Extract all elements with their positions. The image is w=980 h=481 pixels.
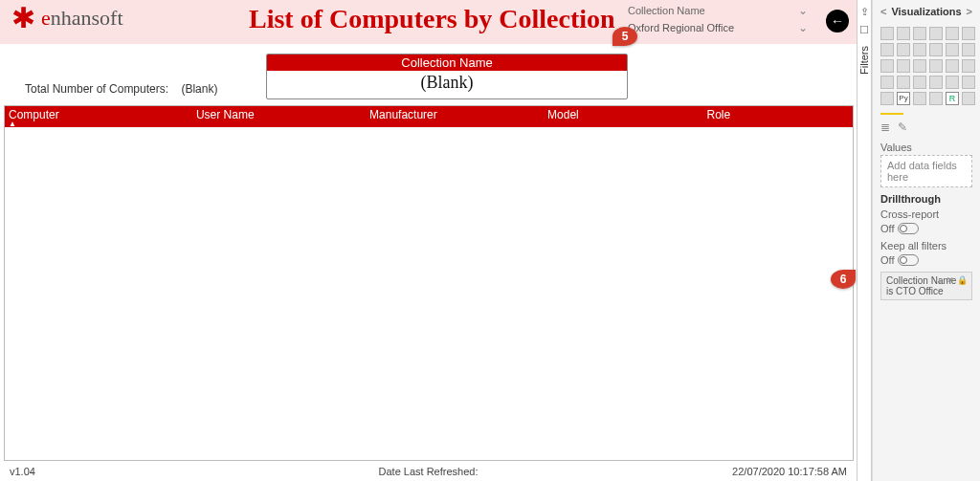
annotation-5: 5 xyxy=(612,27,637,46)
logo-icon: ✱ xyxy=(11,4,35,33)
col-model[interactable]: Model xyxy=(544,108,702,121)
version-label: v1.04 xyxy=(10,466,35,477)
format-tab-icon[interactable]: ✎ xyxy=(898,120,907,134)
viz-icon[interactable] xyxy=(929,76,943,89)
computer-table[interactable]: Computer ▲ User Name Manufacturer Model … xyxy=(4,105,854,461)
collapsed-rail[interactable]: ⇪ ☐ Filters xyxy=(858,0,872,481)
r-visual-icon[interactable]: R xyxy=(946,92,959,105)
total-label: Total Number of Computers: xyxy=(25,82,168,96)
table-header-row: Computer ▲ User Name Manufacturer Model … xyxy=(5,106,853,127)
toggle-state: Off xyxy=(880,254,894,266)
viz-icon[interactable] xyxy=(880,59,894,73)
card-value: (Blank) xyxy=(267,71,627,93)
toggle-switch-icon xyxy=(898,254,919,266)
keep-filters-toggle[interactable]: Off xyxy=(880,254,972,266)
viz-icon[interactable] xyxy=(880,76,894,89)
viz-icon[interactable] xyxy=(929,27,943,40)
collection-card: Collection Name (Blank) xyxy=(266,54,628,99)
viz-icon[interactable] xyxy=(913,27,926,40)
chevron-down-icon[interactable]: ⌄ xyxy=(936,275,944,285)
cross-report-toggle[interactable]: Off xyxy=(880,223,972,234)
refreshed-value: 22/07/2020 10:17:58 AM xyxy=(732,466,847,477)
logo: ✱ enhansoft xyxy=(11,4,123,33)
back-arrow-icon: ← xyxy=(831,13,844,29)
report-canvas: ✱ enhansoft List of Computers by Collect… xyxy=(0,0,858,481)
chevron-right-icon[interactable]: > xyxy=(967,6,972,17)
pane-tabs: ≣ ✎ xyxy=(873,119,980,136)
sort-asc-icon: ▲ xyxy=(9,121,192,127)
viz-icon[interactable] xyxy=(929,92,943,105)
viz-icon[interactable] xyxy=(962,43,975,56)
viz-icon[interactable] xyxy=(929,59,943,73)
bookmark-icon[interactable]: ☐ xyxy=(859,24,869,36)
values-field-well[interactable]: Add data fields here xyxy=(880,155,972,187)
viz-icon[interactable] xyxy=(913,43,926,56)
slicer-label-text: Collection Name xyxy=(628,5,705,16)
refreshed-label: Date Last Refreshed: xyxy=(379,466,479,477)
chevron-down-icon[interactable]: ⌄ xyxy=(798,4,808,17)
viz-icon[interactable] xyxy=(913,92,926,105)
viz-type-grid: PyR xyxy=(873,23,980,111)
share-icon[interactable]: ⇪ xyxy=(860,6,869,18)
slicer-value-text: Oxford Regional Office xyxy=(628,22,734,33)
page-title: List of Computers by Collection xyxy=(249,4,615,34)
viz-icon[interactable] xyxy=(962,92,975,105)
viz-icon[interactable] xyxy=(946,59,959,73)
viz-icon[interactable] xyxy=(913,76,926,89)
drillthrough-field-card[interactable]: Collection Name is CTO Office ⌄ ✕ 🔒 xyxy=(880,272,972,300)
pane-header: < Visualizations > xyxy=(873,0,980,23)
viz-icon[interactable] xyxy=(880,92,894,105)
viz-icon[interactable] xyxy=(962,27,975,40)
col-role[interactable]: Role xyxy=(702,108,853,121)
card-title: Collection Name xyxy=(267,55,627,71)
viz-icon[interactable] xyxy=(946,27,959,40)
col-manufacturer[interactable]: Manufacturer xyxy=(366,108,544,121)
viz-icon[interactable] xyxy=(962,76,975,89)
slicer-value-row[interactable]: Oxford Regional Office ⌄ xyxy=(622,19,813,36)
viz-icon[interactable] xyxy=(929,43,943,56)
close-icon[interactable]: ✕ xyxy=(947,275,954,285)
viz-icon[interactable] xyxy=(897,43,910,56)
chevron-left-icon[interactable]: < xyxy=(880,6,886,17)
keep-filters-label: Keep all filters xyxy=(880,240,972,251)
fields-tab-icon[interactable]: ≣ xyxy=(880,120,890,134)
chevron-down-icon[interactable]: ⌄ xyxy=(798,21,808,34)
col-computer[interactable]: Computer ▲ xyxy=(5,108,192,127)
drillthrough-title: Drillthrough xyxy=(880,193,972,205)
lock-icon[interactable]: 🔒 xyxy=(957,275,968,285)
toggle-state: Off xyxy=(880,223,894,234)
total-value: (Blank) xyxy=(181,82,217,96)
back-button[interactable]: ← xyxy=(826,10,849,33)
col-username[interactable]: User Name xyxy=(192,108,366,121)
total-summary: Total Number of Computers: (Blank) xyxy=(15,82,217,96)
cross-report-label: Cross-report xyxy=(880,208,972,220)
viz-icon[interactable] xyxy=(897,59,910,73)
viz-icon[interactable] xyxy=(880,27,894,40)
toggle-switch-icon xyxy=(898,223,919,234)
logo-text: enhansoft xyxy=(41,6,123,31)
viz-icon[interactable] xyxy=(897,76,910,89)
viz-icon[interactable] xyxy=(946,76,959,89)
fields-tab-underline xyxy=(880,113,903,115)
viz-icon[interactable] xyxy=(897,27,910,40)
viz-icon[interactable] xyxy=(913,59,926,73)
values-label: Values xyxy=(880,142,972,153)
filters-pane-toggle[interactable]: Filters xyxy=(858,46,870,75)
viz-icon[interactable] xyxy=(946,43,959,56)
collection-slicer[interactable]: Collection Name ⌄ Oxford Regional Office… xyxy=(622,4,813,36)
report-footer: v1.04 Date Last Refreshed: 22/07/2020 10… xyxy=(0,462,857,481)
viz-icon[interactable] xyxy=(880,43,894,56)
visualizations-pane: < Visualizations > PyR ≣ ✎ Values Add da… xyxy=(872,0,980,481)
slicer-header[interactable]: Collection Name ⌄ xyxy=(622,4,813,19)
annotation-6: 6 xyxy=(831,270,856,289)
pane-title: Visualizations xyxy=(891,6,961,17)
python-visual-icon[interactable]: Py xyxy=(897,92,910,105)
drill-field-value: is CTO Office xyxy=(886,286,967,296)
viz-icon[interactable] xyxy=(962,59,975,73)
report-header: ✱ enhansoft List of Computers by Collect… xyxy=(0,0,857,44)
